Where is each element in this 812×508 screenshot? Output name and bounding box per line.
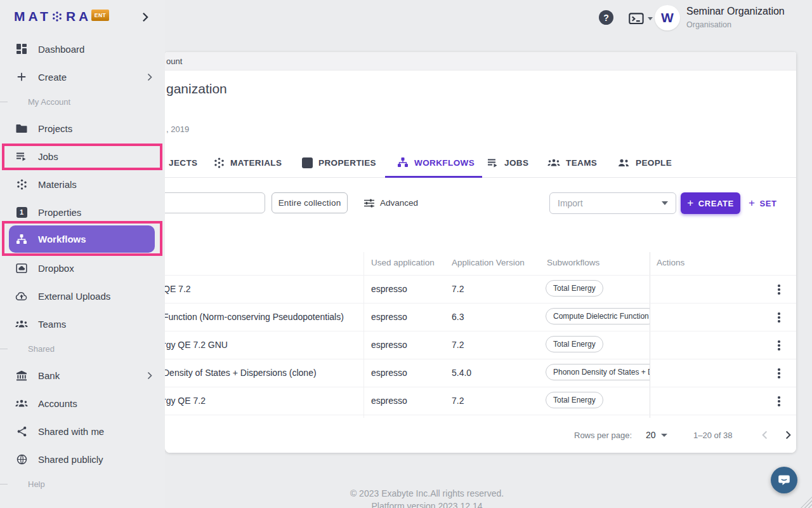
- sidebar-item-materials[interactable]: Materials: [0, 173, 165, 196]
- platform-version-text: Platform version 2023.12.14: [165, 501, 689, 508]
- sidebar-item-properties[interactable]: 1 Properties: [0, 201, 165, 224]
- sidebar-collapse-icon[interactable]: [142, 12, 148, 25]
- sidebar-item-projects[interactable]: Projects: [0, 117, 165, 140]
- table-row[interactable]: rgy QE 7.2 espresso 7.2 Total Energy: [165, 387, 796, 415]
- set-button[interactable]: + SET: [749, 192, 777, 214]
- properties-badge-icon: 1: [15, 207, 28, 218]
- tune-icon: [363, 197, 375, 209]
- search-input[interactable]: [165, 192, 265, 213]
- row-actions-menu-icon[interactable]: [772, 338, 786, 352]
- col-used-application: Used application: [371, 258, 435, 267]
- pagination-bar: Rows per page: 20 1–20 of 38: [165, 418, 796, 453]
- globe-icon: [15, 454, 28, 465]
- properties-badge-icon: 1: [302, 157, 313, 168]
- console-icon[interactable]: [629, 12, 653, 25]
- share-icon: [15, 426, 28, 437]
- cloud-upload-icon: [15, 291, 28, 301]
- chevron-right-icon: [147, 73, 152, 81]
- tab-jobs[interactable]: JOBS: [487, 147, 528, 178]
- sidebar-item-accounts[interactable]: Accounts: [0, 392, 165, 415]
- mat3ra-logo: MAT RA: [14, 9, 91, 24]
- sidebar-item-shared-publicly[interactable]: Shared publicly: [0, 448, 165, 471]
- sidebar-section-my-account: My Account: [0, 95, 165, 108]
- table-header: Used application Application Version Sub…: [165, 252, 796, 275]
- subworkflow-chip[interactable]: Total Energy: [546, 280, 603, 297]
- workflows-hierarchy-icon: [397, 157, 409, 168]
- app-screen: ount ganization , 2019 JECTS MATERIALS 1…: [0, 0, 812, 508]
- subworkflow-chip[interactable]: Total Energy: [546, 336, 603, 352]
- sidebar-item-jobs[interactable]: Jobs: [0, 145, 165, 168]
- plus-icon: +: [687, 197, 694, 210]
- pagination-range: 1–20 of 38: [693, 431, 732, 440]
- plus-icon: [15, 72, 28, 82]
- organization-name: Seminar Organization: [686, 6, 785, 17]
- breadcrumb-text: ount: [166, 57, 182, 66]
- sidebar-item-documentation[interactable]: Documentation: [0, 502, 165, 508]
- table-row[interactable]: Density of States + Dispersions (clone) …: [165, 359, 796, 387]
- create-button[interactable]: + CREATE: [681, 192, 740, 214]
- jobs-playlist-icon: [487, 157, 499, 168]
- folder-icon: [15, 124, 28, 133]
- jobs-playlist-icon: [15, 150, 28, 162]
- next-page-icon[interactable]: [780, 427, 796, 443]
- teams-groups-icon: [15, 319, 28, 329]
- previous-page-icon: [756, 427, 773, 443]
- row-actions-menu-icon[interactable]: [772, 394, 786, 408]
- rows-per-page-select[interactable]: 20: [646, 430, 667, 440]
- tab-projects[interactable]: JECTS: [169, 147, 198, 178]
- bank-icon: [15, 370, 28, 381]
- sidebar-item-external-uploads[interactable]: External Uploads: [0, 284, 165, 307]
- accounts-people-icon: [15, 399, 28, 408]
- entity-tabs: JECTS MATERIALS 1 PROPERTIES WORKFLOWS: [165, 147, 796, 178]
- subworkflow-chip[interactable]: Compute Dielectric Function: [546, 308, 650, 324]
- materials-dots-icon: [214, 157, 225, 168]
- sidebar-item-create[interactable]: Create: [0, 65, 165, 88]
- active-tab-underline: [385, 176, 482, 178]
- tab-people[interactable]: PEOPLE: [617, 147, 672, 178]
- tab-teams[interactable]: TEAMS: [547, 147, 597, 178]
- plus-icon: +: [749, 197, 756, 210]
- materials-dots-icon: [15, 179, 28, 190]
- row-actions-menu-icon[interactable]: [772, 283, 786, 297]
- organization-subtitle: Organisation: [686, 20, 731, 29]
- sidebar-item-workflows[interactable]: Workflows: [9, 225, 155, 253]
- dashboard-icon: [15, 43, 28, 55]
- page-title: ganization: [166, 81, 227, 97]
- chevron-right-icon: [147, 371, 152, 380]
- import-dropdown[interactable]: Import: [549, 192, 676, 214]
- sidebar-item-dropbox[interactable]: Dropbox: [0, 257, 165, 279]
- row-actions-menu-icon[interactable]: [772, 366, 786, 380]
- advanced-filter-button[interactable]: Advanced: [363, 192, 418, 213]
- breadcrumb: ount: [165, 52, 796, 70]
- sidebar-item-bank[interactable]: Bank: [0, 364, 165, 387]
- tab-workflows[interactable]: WORKFLOWS: [397, 147, 475, 178]
- sidebar-section-help: Help: [0, 478, 165, 490]
- teams-groups-icon: [547, 158, 560, 168]
- table-row[interactable]: rgy QE 7.2 GNU espresso 7.2 Total Energy: [165, 331, 796, 359]
- caret-down-icon: [661, 434, 667, 437]
- subworkflow-chip[interactable]: Total Energy: [546, 392, 603, 408]
- table-row[interactable]: QE 7.2 espresso 7.2 Total Energy: [165, 275, 796, 303]
- workflows-table: Used application Application Version Sub…: [165, 252, 796, 418]
- sidebar-item-teams[interactable]: Teams: [0, 312, 165, 335]
- row-actions-menu-icon[interactable]: [772, 311, 786, 324]
- sidebar-item-shared-with-me[interactable]: Shared with me: [0, 420, 165, 443]
- entire-collection-button[interactable]: Entire collection: [272, 192, 348, 213]
- logo-dots-glyph: [52, 11, 62, 22]
- copyright-text: © 2023 Exabyte Inc.All rights reserved.: [165, 488, 689, 498]
- tab-properties[interactable]: 1 PROPERTIES: [302, 147, 376, 178]
- chat-widget-button[interactable]: [771, 467, 797, 493]
- col-subworkflows: Subworkflows: [547, 258, 599, 267]
- window-resize-grip[interactable]: [801, 497, 812, 508]
- sidebar-item-dashboard[interactable]: Dashboard: [0, 37, 165, 60]
- workflows-hierarchy-icon: [15, 234, 28, 245]
- organization-avatar[interactable]: W: [655, 5, 680, 30]
- subworkflow-chip[interactable]: Phonon Density of States + D: [546, 364, 650, 380]
- sidebar-section-shared: Shared: [0, 342, 165, 355]
- rows-per-page-label: Rows per page:: [574, 431, 632, 440]
- tab-materials[interactable]: MATERIALS: [214, 147, 282, 178]
- help-icon[interactable]: ?: [599, 10, 613, 25]
- chat-bubble-icon: [776, 472, 792, 488]
- member-since-date: , 2019: [166, 124, 189, 134]
- table-row[interactable]: Function (Norm-conserving Pseudopotentia…: [165, 303, 796, 331]
